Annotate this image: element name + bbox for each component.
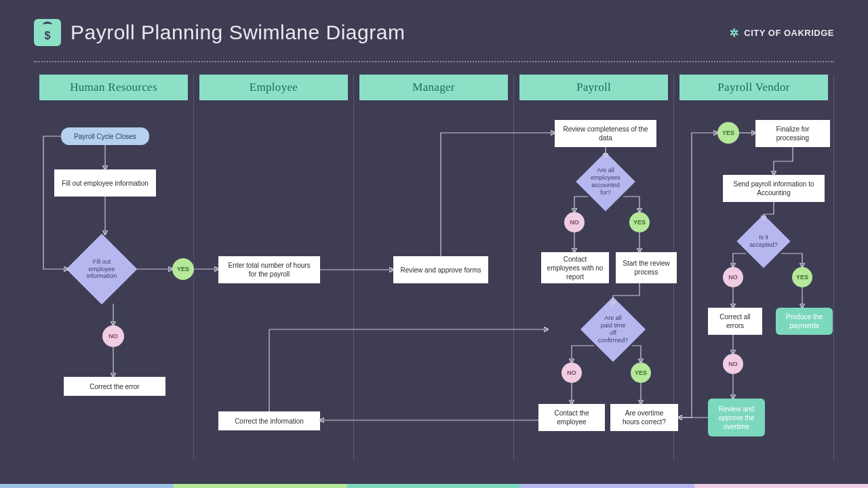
leaf-icon: ✲ — [730, 26, 739, 39]
node-pay-reviewdata: Review completeness of the data — [555, 120, 656, 147]
node-hr-no: NO — [102, 325, 124, 347]
node-ven-yes-top: YES — [717, 122, 739, 144]
divider — [34, 61, 834, 62]
node-hr-fillinfo: Fill out employee information — [54, 169, 156, 197]
node-ven-reviewot: Review and approve the overtime — [708, 399, 765, 436]
node-ven-finalize: Finalize for processing — [755, 120, 830, 147]
node-mgr-review: Review and approve forms — [393, 256, 488, 283]
node-ven-q-no: NO — [723, 267, 743, 287]
lane-header-payroll: Payroll — [519, 75, 668, 100]
node-hr-correct: Correct the error — [64, 377, 165, 396]
lane-header-vendor: Payroll Vendor — [679, 75, 828, 100]
node-ven-produce: Produce the payments — [776, 308, 833, 335]
node-ven-correct: Correct all errors — [708, 308, 762, 335]
node-ven-no-lower: NO — [723, 354, 743, 374]
org-badge: ✲ CITY OF OAKRIDGE — [730, 26, 834, 39]
org-name: CITY OF OAKRIDGE — [744, 28, 834, 38]
node-pay-q2-no: NO — [561, 363, 582, 383]
lane-header-manager: Manager — [359, 75, 508, 100]
lane-header-hr: Human Resources — [39, 75, 188, 100]
node-pay-q1-yes: YES — [629, 212, 650, 232]
node-emp-correctinfo: Correct the information — [218, 411, 320, 430]
node-pay-contact1: Contact employees with no report — [541, 252, 609, 283]
footer-colorbar — [0, 484, 868, 488]
node-pay-overtime: Are overtime hours correct? — [610, 404, 678, 431]
node-pay-q2-yes: YES — [631, 363, 651, 383]
node-ven-q-yes: YES — [792, 267, 812, 287]
node-pay-startreview: Start the review process — [616, 252, 677, 283]
node-hr-start: Payroll Cycle Closes — [61, 127, 149, 145]
node-emp-hours: Enter total number of hours for the payr… — [218, 256, 320, 283]
swimlanes: Human Resources Employee Manager Payroll… — [34, 75, 834, 461]
page-title: Payroll Planning Swimlane Diagram — [71, 21, 405, 44]
node-pay-contact2: Contact the employee — [538, 404, 605, 431]
node-pay-q1-no: NO — [564, 212, 585, 232]
node-ven-send: Send payroll information to Accounting — [723, 175, 825, 202]
money-bag-icon — [34, 19, 61, 46]
node-hr-yes: YES — [172, 258, 194, 280]
lane-header-employee: Employee — [199, 75, 348, 100]
